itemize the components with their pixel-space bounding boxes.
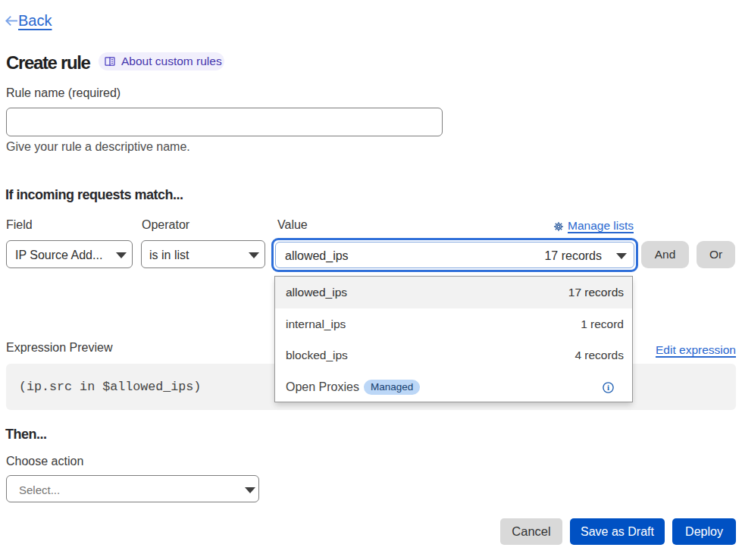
svg-text:i: i — [607, 383, 609, 392]
